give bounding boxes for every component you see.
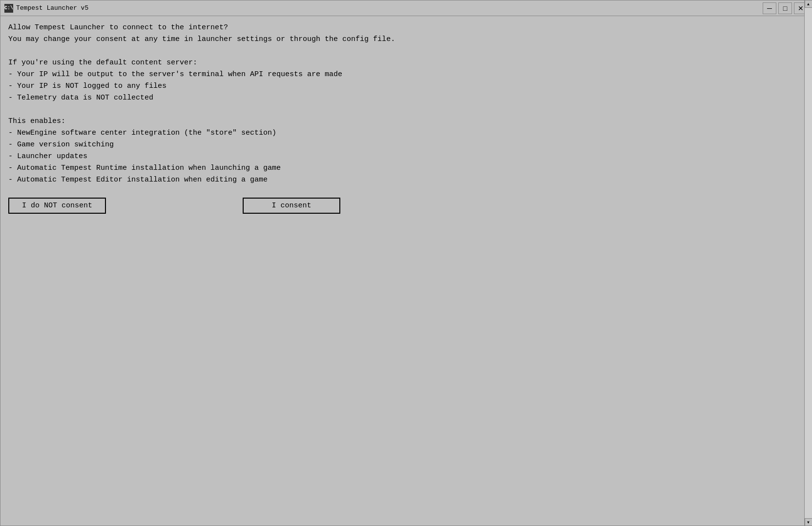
- title-bar-left: C:\ Tempest Launcher v5: [4, 4, 88, 13]
- scroll-down-button[interactable]: ▼: [805, 518, 812, 526]
- blank-line-1: [8, 45, 796, 57]
- text-line-11: - Game version switching: [8, 139, 796, 151]
- consent-text: Allow Tempest Launcher to connect to the…: [8, 22, 796, 186]
- scrollbar[interactable]: ▲ ▼: [804, 16, 812, 526]
- app-icon: C:\: [4, 4, 13, 13]
- content-area: Allow Tempest Launcher to connect to the…: [0, 16, 812, 526]
- scroll-track: [805, 16, 812, 518]
- text-line-10: - NewEngine software center integration …: [8, 127, 796, 139]
- text-line-12: - Launcher updates: [8, 151, 796, 162]
- window-title: Tempest Launcher v5: [16, 4, 88, 12]
- title-bar: C:\ Tempest Launcher v5 ─ □ ✕: [0, 0, 812, 16]
- text-line-13: - Automatic Tempest Runtime installation…: [8, 162, 796, 174]
- text-line-7: - Telemetry data is NOT collected: [8, 92, 796, 104]
- text-line-5: - Your IP will be output to the server's…: [8, 69, 796, 81]
- text-line-9: This enables:: [8, 116, 796, 127]
- blank-line-2: [8, 104, 796, 116]
- consent-button[interactable]: I consent: [243, 198, 340, 214]
- text-line-6: - Your IP is NOT logged to any files: [8, 81, 796, 92]
- minimize-button[interactable]: ─: [763, 2, 776, 14]
- text-line-1: Allow Tempest Launcher to connect to the…: [8, 22, 796, 34]
- text-line-2: You may change your consent at any time …: [8, 34, 796, 45]
- text-line-14: - Automatic Tempest Editor installation …: [8, 174, 796, 186]
- restore-button[interactable]: □: [778, 2, 792, 14]
- title-bar-controls: ─ □ ✕: [763, 2, 808, 14]
- main-window: C:\ Tempest Launcher v5 ─ □ ✕ Allow Temp…: [0, 0, 812, 526]
- text-line-4: If you're using the default content serv…: [8, 57, 796, 69]
- no-consent-button[interactable]: I do NOT consent: [8, 198, 106, 214]
- buttons-row: I do NOT consent I consent: [8, 198, 796, 214]
